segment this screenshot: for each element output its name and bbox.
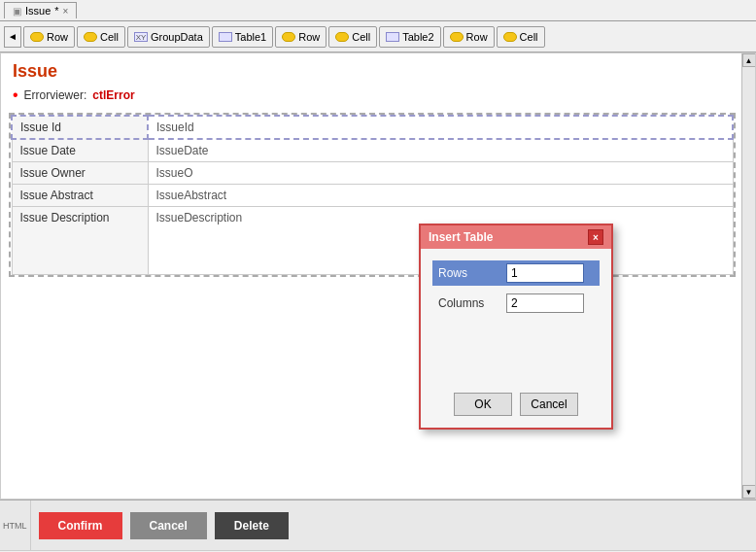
cell3-icon [503, 32, 517, 42]
dialog-footer: OK Cancel [421, 385, 611, 428]
table1-label: Table1 [235, 31, 266, 43]
dialog-title: Insert Table [429, 230, 493, 244]
side-labels: HTML [0, 500, 31, 550]
tab-icon: ▣ [13, 6, 21, 17]
main-area: Issue • Errorviewer: ctlError Issue Id I… [0, 52, 756, 500]
toolbar-cell2-button[interactable]: Cell [328, 26, 377, 48]
rows-label: Rows [438, 266, 506, 280]
row2-icon [282, 32, 295, 42]
dialog-ok-button[interactable]: OK [454, 393, 512, 416]
rows-row: Rows [432, 260, 600, 286]
html-side-label: HTML [3, 521, 27, 531]
row3-label: Row [466, 31, 488, 43]
dialog-titlebar: Insert Table × [421, 225, 611, 249]
table2-icon [386, 32, 399, 42]
groupdata-icon: XY [134, 32, 148, 42]
action-buttons-area: Confirm Cancel Delete [31, 500, 757, 550]
toolbar-row1-button[interactable]: Row [23, 26, 75, 48]
tab-close-button[interactable]: × [63, 6, 69, 17]
delete-button[interactable]: Delete [215, 512, 289, 539]
nav-back-button[interactable]: ◄ [4, 26, 21, 48]
title-bar: ▣ Issue * × [0, 0, 756, 21]
confirm-button[interactable]: Confirm [39, 512, 122, 539]
cell1-label: Cell [100, 31, 119, 43]
insert-table-dialog: Insert Table × Rows Columns OK Cancel [419, 224, 613, 430]
columns-row: Columns [432, 292, 600, 315]
groupdata-label: GroupData [151, 31, 203, 43]
table1-icon [219, 32, 232, 42]
tab-modified-indicator: * [54, 5, 58, 17]
columns-input[interactable] [506, 293, 584, 313]
row1-label: Row [47, 31, 68, 43]
rows-input[interactable] [506, 263, 584, 283]
toolbar-row2-button[interactable]: Row [275, 26, 326, 48]
toolbar: ◄ Row Cell XY GroupData Table1 Row Cell … [0, 21, 756, 52]
bottom-section: HTML Confirm Cancel Delete [0, 500, 756, 550]
issue-tab[interactable]: ▣ Issue * × [4, 2, 77, 18]
toolbar-table2-button[interactable]: Table2 [379, 26, 440, 48]
dialog-body: Rows Columns [421, 249, 611, 327]
cell3-label: Cell [520, 31, 538, 43]
dialog-cancel-button[interactable]: Cancel [520, 393, 578, 416]
dialog-spacer [421, 327, 611, 385]
table2-label: Table2 [402, 31, 433, 43]
columns-label: Columns [438, 296, 506, 310]
row2-label: Row [298, 31, 320, 43]
cell2-label: Cell [352, 31, 370, 43]
toolbar-cell3-button[interactable]: Cell [497, 26, 545, 48]
toolbar-row3-button[interactable]: Row [443, 26, 495, 48]
cancel-button[interactable]: Cancel [130, 512, 207, 539]
row3-icon [450, 32, 464, 42]
cell1-icon [84, 32, 97, 42]
dialog-overlay: Insert Table × Rows Columns OK Cancel [1, 53, 755, 499]
dialog-close-button[interactable]: × [588, 229, 603, 245]
toolbar-table1-button[interactable]: Table1 [212, 26, 273, 48]
tab-label: Issue [25, 5, 51, 17]
cell2-icon [335, 32, 349, 42]
toolbar-cell1-button[interactable]: Cell [77, 26, 125, 48]
toolbar-groupdata-button[interactable]: XY GroupData [127, 26, 210, 48]
row1-icon [30, 32, 44, 42]
